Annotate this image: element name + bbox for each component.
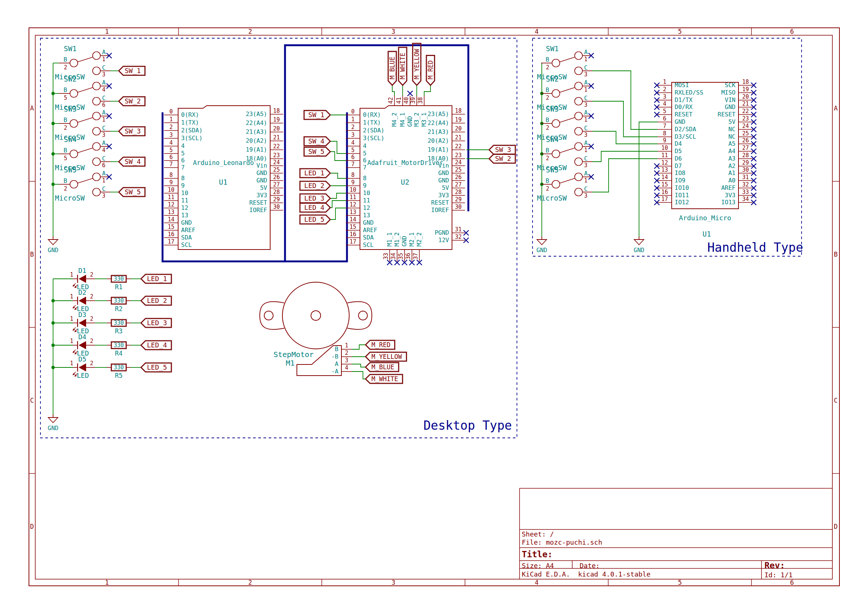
text: M2_2 (415, 232, 423, 247)
text: M3_2 (413, 112, 420, 127)
text: 8 (169, 172, 173, 178)
net-label-m_white[interactable]: M_WHITE (398, 48, 407, 85)
net-label-led_3[interactable]: LED_3 (141, 318, 171, 327)
wire[interactable] (424, 85, 431, 96)
wire[interactable] (352, 364, 366, 367)
text: A (102, 109, 106, 116)
net-label-led_5[interactable]: LED_5 (141, 363, 171, 372)
text: 4 (169, 140, 173, 146)
text: SW3 (64, 105, 76, 113)
motor-wires[interactable] (352, 345, 366, 379)
net-label-m_yellow[interactable]: M_YELLOW (413, 43, 421, 85)
component-d3-led[interactable]: 12D3LED (70, 311, 95, 335)
wire[interactable] (352, 345, 366, 349)
net-label-sw_1[interactable]: SW_1 (119, 67, 145, 75)
text: GND (48, 425, 59, 432)
wire[interactable] (639, 122, 658, 237)
wire[interactable] (592, 131, 658, 144)
gnd-symbol[interactable]: GND (634, 237, 645, 254)
net-label-led_5[interactable]: LED_5 (300, 215, 330, 224)
net-label-led_4[interactable]: LED_4 (300, 203, 330, 212)
component-m1-stepmotor[interactable]: B1-B2A3-A4StepMotorM1 (260, 282, 372, 375)
component-r3-resistor[interactable]: 330R3 (107, 319, 131, 335)
text: GND (257, 177, 267, 184)
text: 9 (351, 179, 355, 186)
net-label-sw_4[interactable]: SW_4 (304, 137, 330, 146)
net-label-led_2[interactable]: LED_2 (141, 296, 171, 305)
component-d4-led[interactable]: 12D4LED (70, 333, 95, 357)
led-wires[interactable] (51, 279, 142, 415)
wire[interactable] (330, 201, 346, 208)
gnd-symbol[interactable]: GND (537, 237, 548, 254)
text: 3 (392, 28, 395, 35)
net-label-sw_4[interactable]: SW_4 (119, 157, 145, 166)
text: 13 (350, 209, 356, 216)
wire[interactable] (592, 159, 658, 192)
net-label-led_1[interactable]: LED_1 (300, 169, 330, 178)
net-label-m_white[interactable]: M_WHITE (366, 374, 403, 383)
wire[interactable] (330, 152, 346, 161)
text: 30 (273, 203, 280, 210)
text: D3/SCL (675, 133, 696, 140)
component-d2-led[interactable]: 12D2LED (70, 288, 95, 313)
net-label-sw_5[interactable]: SW_5 (304, 147, 330, 156)
text: IO10 (675, 184, 689, 191)
text: 7 (363, 164, 367, 171)
net-label-sw_1[interactable]: SW_1 (304, 110, 330, 119)
net-label-m_red[interactable]: M_RED (366, 340, 395, 349)
schematic-canvas[interactable]: 112233445566AABBCCDDGNDB2A1C3SW1MicroSWS… (0, 0, 868, 614)
net-label-led_2[interactable]: LED_2 (300, 181, 330, 190)
wire[interactable] (330, 173, 346, 178)
wire[interactable] (352, 372, 366, 379)
text: M_BLUE (372, 363, 394, 371)
text: 30 (455, 203, 462, 210)
net-label-led_3[interactable]: LED_3 (300, 194, 330, 203)
text: SW1 (64, 45, 76, 53)
component-u1-arduino-micro[interactable]: 1MOSI2RXLED/SS3D1/TX4D0/RX5RESET6GND7D2/… (654, 79, 756, 238)
net-label-led_1[interactable]: LED_1 (141, 274, 171, 283)
text: 1 (105, 28, 109, 35)
motor-driver-top-wires[interactable] (392, 85, 431, 96)
net-label-m_blue[interactable]: M_BLUE (388, 51, 396, 85)
net-label-m_red[interactable]: M_RED (426, 56, 434, 85)
text: 1 (584, 56, 588, 63)
text: 4 (363, 143, 367, 149)
net-label-sw_2[interactable]: SW_2 (119, 97, 145, 105)
wire[interactable] (392, 85, 395, 96)
wire[interactable] (592, 151, 658, 162)
net-label-m_blue[interactable]: M_BLUE (366, 363, 398, 372)
text: 28 (742, 152, 749, 159)
text: SW2 (64, 75, 76, 83)
wire[interactable] (330, 208, 346, 220)
text: 23 (273, 152, 280, 159)
net-label-sw_3[interactable]: SW_3 (119, 127, 145, 136)
component-d5-led[interactable]: 12D5LED (70, 355, 95, 379)
text: LED_2 (304, 182, 324, 189)
text: 30 (742, 166, 749, 173)
wire[interactable] (330, 193, 346, 198)
component-sw1-switch[interactable]: B2A1C3SW1MicroSW (55, 45, 112, 81)
component-r2-resistor[interactable]: 330R2 (107, 298, 131, 313)
component-u2-adafruit_motordriver[interactable]: 00(RX)11(TX)22(SDA)33(SCL)44556677889910… (346, 91, 469, 265)
net-label-sw_2[interactable]: SW_2 (489, 154, 515, 163)
text: 1 (70, 316, 73, 322)
text: LED_2 (147, 297, 167, 304)
text: 16 (661, 189, 668, 195)
component-sw1-switch[interactable]: B2A1C3SW1MicroSW (537, 45, 594, 81)
component-r5-resistor[interactable]: 330R5 (107, 364, 131, 379)
wire[interactable] (592, 71, 658, 129)
component-r1-resistor[interactable]: 330R1 (107, 276, 131, 291)
text: 15 (168, 223, 174, 230)
text: 1 (70, 338, 73, 344)
text: Arduino_Leonardo (193, 159, 254, 166)
component-u1-arduino_leonardo[interactable]: 00(RX)11(TX)22(SDA)33(SCL)44556677889910… (164, 105, 283, 250)
net-label-m_yellow[interactable]: M_YELLOW (366, 352, 406, 361)
net-label-sw_3[interactable]: SW_3 (489, 145, 515, 154)
gnd-symbol[interactable]: GND (48, 237, 59, 254)
net-label-led_4[interactable]: LED_4 (141, 341, 171, 350)
net-label-sw_5[interactable]: SW_5 (119, 188, 145, 197)
component-d1-led[interactable]: 12D1LED (70, 267, 95, 291)
text: C (102, 64, 106, 71)
gnd-symbol[interactable]: GND (48, 414, 59, 432)
component-r4-resistor[interactable]: 330R4 (107, 342, 131, 357)
